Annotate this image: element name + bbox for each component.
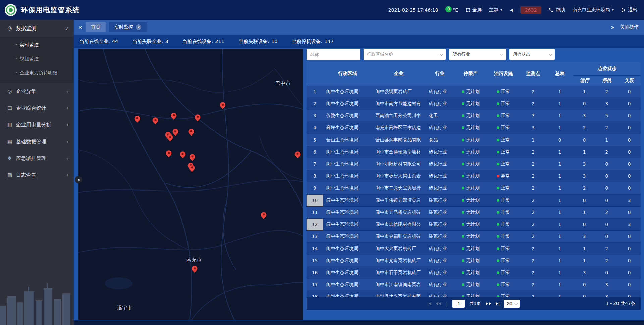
cell-total-meters: 1	[546, 267, 573, 279]
phone-icon	[549, 8, 553, 12]
tabbar-right: » 关闭操作	[611, 24, 639, 30]
cell-running: 3	[573, 267, 596, 279]
table-row[interactable]: 6阆中生态环境局阆中市金博瑞新型墙材砖瓦行业无计划正常21120	[307, 146, 641, 158]
table-row[interactable]: 15阆中生态环境局阆中市光富页岩机砖厂砖瓦行业无计划正常21120	[307, 255, 641, 267]
prev-page-button[interactable]	[436, 302, 441, 305]
cell-monitor-points: 2	[520, 279, 546, 291]
map-pin[interactable]	[192, 266, 198, 272]
sidebar-section-3: ▤企业综合统计‹	[0, 100, 74, 116]
table-row[interactable]: 11阆中生态环境局阆中市五马桥页岩机砖砖瓦行业无计划正常21120	[307, 206, 641, 218]
tabs-scroll-left-icon[interactable]: «	[78, 24, 82, 30]
map-pin[interactable]	[134, 116, 140, 121]
map-pin[interactable]	[261, 212, 267, 218]
sidebar-subitem-1-2[interactable]: ·视频监控	[0, 52, 74, 66]
tabs-scroll-right-icon[interactable]: »	[611, 24, 614, 30]
sidebar-item-3[interactable]: ▤企业综合统计‹	[0, 100, 74, 116]
sidebar-item-1[interactable]: ◔数据监测∨	[0, 20, 74, 37]
table-row[interactable]: 4高坪生态环境局南充市高坪区王家店建砖瓦行业无计划正常31220	[307, 122, 641, 134]
region-filter-select[interactable]: 行政区域名称	[364, 49, 446, 60]
tab-home[interactable]: 首页	[86, 22, 106, 32]
collapse-sidebar-toggle[interactable]: ◀	[75, 176, 82, 183]
alarm-count-badge[interactable]: 2632	[520, 6, 542, 14]
table-row[interactable]: 16阆中生态环境局阆中市石子页岩机砖厂砖瓦行业无计划正常21300	[307, 267, 641, 279]
cell-region: 营山生态环境局	[323, 134, 372, 146]
sidebar-item-2[interactable]: ◎企业异常‹	[0, 83, 74, 100]
cell-lost: 0	[618, 230, 641, 242]
sidebar-item-label: 日志查看	[16, 172, 66, 178]
facility-status-label: 正常	[501, 149, 510, 154]
table-row[interactable]: 2阆中生态环境局阆中市南方节能建材有砖瓦行业无计划正常21030	[307, 98, 641, 110]
tab-realtime-monitor[interactable]: 实时监控×	[109, 22, 147, 32]
table-row[interactable]: 3仪陇生态环境局西南油气田分公司川中化工无计划正常71350	[307, 110, 641, 122]
table-row[interactable]: 14阆中生态环境局阆中大兴页岩机砖厂砖瓦行业无计划正常21120	[307, 242, 641, 255]
table-row[interactable]: 7阆中生态环境局阆中明阳建材有限公司砖瓦行业无计划正常21300	[307, 158, 641, 170]
sidebar-item-5[interactable]: ▦基础数据管理‹	[0, 133, 74, 150]
table-row[interactable]: 18南部生态环境局南部县建兴页岩砖有限砖瓦行业无计划正常21030	[307, 291, 641, 297]
map-pin[interactable]	[195, 114, 201, 120]
sidebar-subitem-1-1[interactable]: ·实时监控	[0, 38, 74, 52]
map-pin[interactable]	[153, 118, 158, 123]
logout-button[interactable]: 退出	[621, 7, 637, 13]
cell-monitor-points: 2	[520, 218, 546, 230]
theme-dropdown[interactable]: 主题 ▾	[489, 7, 502, 13]
sidebar-item-4[interactable]: ▥企业用电量分析‹	[0, 116, 74, 133]
pagination-bar: | 共3页 20 1 - 20 共47条	[307, 297, 641, 310]
table-row[interactable]: 8阆中生态环境局阆中市枣碧大梁山页岩砖瓦行业无计划异常21300	[307, 170, 641, 182]
table-row[interactable]: 13阆中生态环境局阆中市金福旺页岩机砖砖瓦行业无计划正常21300	[307, 230, 641, 242]
cell-region: 阆中生态环境局	[323, 206, 372, 218]
cell-limit-status: 无计划	[454, 182, 487, 194]
map-pin[interactable]	[171, 113, 177, 118]
facility-status-label: 异常	[501, 173, 510, 178]
map-pin[interactable]	[188, 129, 194, 134]
close-operations-button[interactable]: 关闭操作	[620, 24, 639, 30]
map-pin[interactable]	[220, 102, 226, 108]
cell-lost: 0	[618, 170, 641, 182]
announcement-toggle[interactable]: ◀	[510, 8, 513, 12]
cell-company: 阆中市金福旺页岩机砖	[372, 230, 425, 242]
table-row[interactable]: 1阆中生态环境局阆中强锐页岩砖厂砖瓦行业无计划正常21120	[307, 86, 641, 98]
map-panel[interactable]: 巴中市南充市遂宁市 ◀	[78, 49, 303, 320]
help-button[interactable]: 帮助	[549, 7, 565, 13]
first-page-button[interactable]	[428, 302, 431, 306]
org-dropdown[interactable]: 南充市生态环境局 ▾	[572, 7, 614, 13]
col-index	[307, 62, 323, 86]
status-dot	[462, 90, 464, 93]
emergency-icon: ❖	[6, 155, 13, 161]
map-pin[interactable]	[172, 129, 178, 135]
map-pin[interactable]	[167, 134, 173, 140]
page-number-input[interactable]	[452, 300, 465, 308]
limit-status-label: 无计划	[466, 137, 480, 142]
sidebar-item-label: 应急减排管理	[16, 155, 66, 162]
fullscreen-button[interactable]: 全屏	[466, 7, 482, 13]
bullet-icon: ·	[15, 42, 17, 48]
limit-status-label: 无计划	[466, 282, 480, 287]
close-icon[interactable]: ×	[136, 24, 141, 30]
page-size-select[interactable]: 20	[504, 300, 520, 308]
map-pin[interactable]	[190, 154, 195, 160]
table-row[interactable]: 5营山生态环境局营山县润丰肉食品有限食品无计划正常10010	[307, 134, 641, 146]
table-row[interactable]: 12阆中生态环境局阆中市忠信建材有限公砖瓦行业无计划正常21003	[307, 218, 641, 230]
cell-company: 阆中市金博瑞新型墙材	[372, 146, 425, 158]
map-pin[interactable]	[166, 151, 172, 156]
sidebar-item-7[interactable]: ▧日志查看‹	[0, 167, 74, 183]
last-page-button[interactable]	[496, 302, 499, 306]
limit-status-label: 无计划	[466, 149, 480, 154]
cell-total-meters: 1	[546, 122, 573, 134]
industry-filter-select[interactable]: 所有行业	[449, 49, 506, 60]
next-page-button[interactable]	[486, 302, 491, 305]
map-pin[interactable]	[189, 165, 195, 171]
sidebar-subitem-1-3[interactable]: ·企业电力负荷明细	[0, 66, 74, 80]
table-row[interactable]: 17阆中生态环境局阆中市江南镇阆南页岩砖瓦行业无计划正常21030	[307, 279, 641, 291]
sidebar-item-6[interactable]: ❖应急减排管理‹	[0, 150, 74, 167]
map-pin[interactable]	[180, 152, 185, 157]
name-filter-input[interactable]	[307, 49, 360, 60]
status-dot	[462, 151, 464, 153]
status-filter-select[interactable]: 所有状态	[509, 49, 555, 60]
cell-industry: 砖瓦行业	[426, 122, 454, 134]
status-dot	[462, 163, 464, 165]
map-pin[interactable]	[294, 151, 300, 157]
datetime-label: 2021-02-25 17:46:18	[388, 7, 438, 13]
cell-limit-status: 无计划	[454, 86, 487, 98]
table-row[interactable]: 9阆中生态环境局阆中市二龙长宝页岩砖砖瓦行业无计划正常21200	[307, 182, 641, 194]
table-row[interactable]: 10阆中生态环境局阆中千佛镇五郎垭页岩砖瓦行业无计划正常21003	[307, 194, 641, 206]
